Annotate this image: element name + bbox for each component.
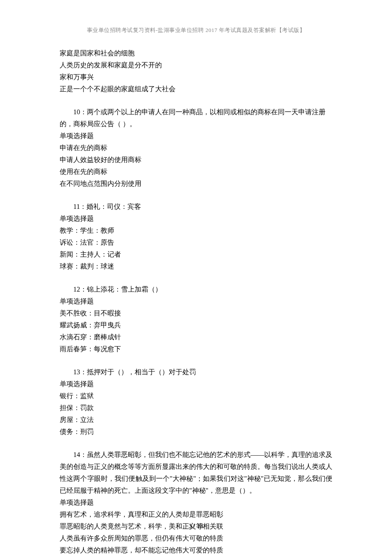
question-option: 在不同地点范围内分别使用 [60, 178, 332, 190]
question-block: 13：抵押对于（），相当于（）对于处罚 单项选择题 银行：监狱 担保：罚款 房屋… [60, 366, 332, 438]
question-option: 房屋：立法 [60, 414, 332, 426]
question-option: 球赛：裁判：球迷 [60, 260, 332, 272]
question-block: 14：虽然人类罪恶昭彰，但我们也不能忘记他的艺术的形式——以科学，真理的追求及美… [60, 449, 332, 555]
question-option: 申请人效益较好的使用商标 [60, 154, 332, 166]
intro-block: 家庭是国家和社会的细胞 人类历史的发展和家庭是分不开的 家和万事兴 正是一个个不… [60, 47, 332, 95]
page-footer: 3 / 18 [0, 520, 392, 532]
question-stem: 14：虽然人类罪恶昭彰，但我们也不能忘记他的艺术的形式——以科学，真理的追求及美… [60, 449, 332, 497]
question-option: 银行：监狱 [60, 390, 332, 402]
question-block: 11：婚礼：司仪：宾客 单项选择题 教学：学生：教师 诉讼：法官：原告 新闻：主… [60, 201, 332, 272]
page-sep: / [192, 523, 197, 529]
question-option: 申请在先的商标 [60, 142, 332, 154]
question-block: 12：锦上添花：雪上加霜（） 单项选择题 美不胜收：目不暇接 耀武扬威：弃甲曳兵… [60, 283, 332, 355]
question-option: 水滴石穿：磨棒成针 [60, 331, 332, 343]
page-header: 事业单位招聘考试复习资料-盐湖事业单位招聘 2017 年考试真题及答案解析【考试… [60, 26, 332, 35]
question-option: 耀武扬威：弃甲曳兵 [60, 319, 332, 331]
question-type: 单项选择题 [60, 497, 332, 509]
question-option: 雨后春笋：每况愈下 [60, 343, 332, 355]
question-option: 教学：学生：教师 [60, 225, 332, 237]
question-option: 使用在先的商标 [60, 166, 332, 178]
intro-line: 人类历史的发展和家庭是分不开的 [60, 59, 332, 71]
question-stem: 11：婚礼：司仪：宾客 [60, 201, 332, 213]
question-stem: 13：抵押对于（），相当于（）对于处罚 [60, 366, 332, 378]
question-type: 单项选择题 [60, 213, 332, 225]
question-option: 拥有艺术，追求科学，真理和正义的人类却是罪恶昭彰 [60, 509, 332, 520]
question-type: 单项选择题 [60, 130, 332, 142]
question-option: 人类虽有许多众所周知的罪恶，但仍有伟大可敬的特质 [60, 532, 332, 544]
question-option: 要忘掉人类的精神罪恶，却不能忘记他伟大可爱的特质 [60, 544, 332, 555]
question-stem: 12：锦上添花：雪上加霜（） [60, 283, 332, 295]
question-block: 10：两个或两个以上的申请人在同一种商品，以相同或相似的商标在同一天申请注册的，… [60, 106, 332, 190]
question-option: 担保：罚款 [60, 402, 332, 414]
question-option: 美不胜收：目不暇接 [60, 307, 332, 319]
intro-line: 家庭是国家和社会的细胞 [60, 47, 332, 59]
page-content: 家庭是国家和社会的细胞 人类历史的发展和家庭是分不开的 家和万事兴 正是一个个不… [60, 47, 332, 555]
intro-line: 家和万事兴 [60, 71, 332, 83]
question-type: 单项选择题 [60, 295, 332, 307]
question-option: 新闻：主持人：记者 [60, 249, 332, 260]
question-type: 单项选择题 [60, 378, 332, 390]
page-total: 18 [197, 523, 203, 529]
question-stem: 10：两个或两个以上的申请人在同一种商品，以相同或相似的商标在同一天申请注册的，… [60, 106, 332, 130]
question-option: 债务：刑罚 [60, 426, 332, 438]
intro-line: 正是一个个不起眼的家庭组成了大社会 [60, 83, 332, 95]
question-option: 诉讼：法官：原告 [60, 237, 332, 249]
